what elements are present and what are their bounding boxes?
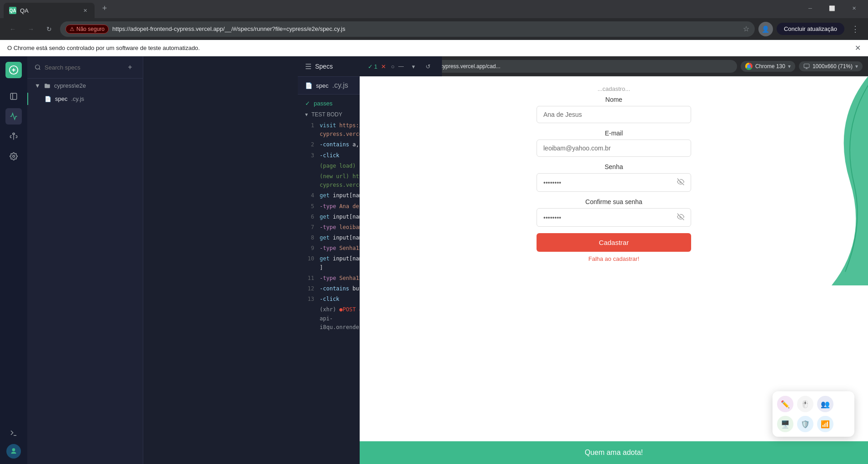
viewport-icon (803, 63, 810, 70)
check-icon: ✓ (368, 63, 373, 70)
teams-extension-button[interactable]: 👥 (817, 396, 833, 412)
spec-file-icon: 📄 (45, 96, 51, 102)
form-section: ...cadastro... Nome Ana de Jesus E-mail … (360, 76, 868, 441)
sidebar-item-settings[interactable] (5, 148, 22, 165)
cadastrar-button[interactable]: Cadastrar (537, 233, 691, 252)
omnibar: ← → ↻ ⚠ Não seguro https://adopet-fronte… (0, 18, 868, 40)
window-controls: ─ ⬜ ✕ (800, 1, 864, 15)
search-specs-input[interactable] (45, 64, 121, 71)
automation-close-button[interactable]: ✕ (855, 44, 861, 52)
update-button[interactable]: Concluir atualização (777, 23, 844, 35)
tab-title: QA (20, 7, 77, 14)
svg-point-3 (13, 155, 15, 158)
tab-favicon: QA (9, 7, 16, 14)
viewport-selector[interactable]: 1000x660 (71%) ▾ (799, 61, 863, 71)
chevron-down-icon: ▼ (35, 82, 40, 89)
menu-button[interactable]: ⋮ (848, 22, 863, 36)
confirme-label: Confirme sua senha (537, 198, 691, 205)
fail-stat: ✕ (381, 63, 387, 70)
svg-point-5 (35, 65, 40, 69)
svg-line-6 (39, 69, 40, 70)
add-spec-button[interactable]: + (125, 62, 135, 73)
refresh-button[interactable]: ↺ (422, 60, 435, 73)
sidebar-item-specs[interactable] (5, 88, 22, 105)
cypress-logo (5, 62, 22, 78)
new-tab-button[interactable]: + (98, 2, 111, 15)
not-secure-indicator: ⚠ Não seguro (65, 25, 109, 34)
automation-message: O Chrome está sendo controlado por um so… (7, 45, 200, 51)
confirme-input[interactable]: •••••••• (537, 208, 691, 227)
spec-file-item[interactable]: 📄 spec .cy.js (27, 93, 143, 105)
browser-selector[interactable]: Chrome 130 ▾ (741, 61, 795, 72)
spec-doc-icon: 📄 (305, 82, 312, 89)
sidebar-item-runs[interactable] (5, 108, 22, 125)
back-button[interactable]: ← (5, 22, 20, 36)
nome-input[interactable]: Ana de Jesus (537, 106, 691, 123)
email-label: E-mail (537, 130, 691, 137)
spec-header-name: spec (316, 82, 328, 89)
extension-toolbar: ✏️ 🖱️ 👥 🖥️ 🛡️ 📶 (773, 391, 854, 437)
spec-header-ext: .cy.js (332, 81, 348, 90)
spec-extension: .cy.js (71, 95, 84, 102)
not-secure-icon: ⚠ (70, 26, 75, 32)
browser-frame: QA QA ✕ + ─ ⬜ ✕ ← → ↻ ⚠ Não seguro https… (0, 0, 868, 464)
runner-actions: ▾ ↺ (407, 60, 435, 73)
reload-button[interactable]: ↻ (42, 22, 56, 36)
folder-cypress-e2e[interactable]: ▼ cypress\e2e (27, 79, 143, 93)
chevron-down-icon: ▾ (788, 63, 791, 70)
svg-rect-1 (10, 93, 17, 100)
app-preview: ...cadastro... Nome Ana de Jesus E-mail … (360, 76, 868, 464)
bookmark-button[interactable]: ☆ (743, 25, 749, 33)
shield-extension-button[interactable]: 🛡️ (797, 416, 813, 432)
screen-extension-button[interactable]: 🖥️ (777, 416, 793, 432)
title-bar: QA QA ✕ + ─ ⬜ ✕ (0, 0, 868, 18)
spec-filename: spec (55, 95, 67, 102)
folder-icon (44, 83, 50, 89)
maximize-button[interactable]: ⬜ (822, 1, 843, 15)
chrome-icon (745, 63, 753, 70)
email-value: leoibam@yahoo.com.br (543, 145, 611, 152)
footer-banner: Quem ama adota! (360, 441, 868, 464)
user-avatar[interactable] (6, 444, 21, 459)
nome-label: Nome (537, 96, 691, 103)
eye-off-icon-2[interactable] (677, 213, 684, 222)
passes-label: passes (314, 100, 332, 107)
profile-button[interactable]: 👤 (758, 22, 773, 36)
hamburger-icon[interactable]: ☰ (305, 62, 311, 71)
bluetooth-extension-button[interactable]: 📶 (817, 416, 833, 432)
sidebar-item-command[interactable] (5, 425, 22, 441)
active-tab[interactable]: QA QA ✕ (4, 3, 95, 18)
folder-name: cypress\e2e (54, 82, 86, 89)
test-body-label: TEST BODY (311, 111, 342, 118)
scroll-hint: ...cadastro... (537, 85, 691, 92)
sidebar-item-bugs[interactable] (5, 128, 22, 145)
loading-stat: ○ (391, 63, 395, 70)
email-input[interactable]: leoibam@yahoo.com.br (537, 140, 691, 157)
pass-count: 1 (374, 63, 377, 70)
viewport-chevron: ▾ (855, 63, 858, 70)
registration-form: ...cadastro... Nome Ana de Jesus E-mail … (537, 85, 691, 266)
run-stats: ✓ 1 ✕ ○ — (368, 63, 404, 70)
sidebar-bottom (5, 424, 22, 459)
automation-bar: O Chrome está sendo controlado por um so… (0, 40, 868, 56)
senha-label: Senha (537, 163, 691, 170)
pencil-extension-button[interactable]: ✏️ (777, 396, 793, 412)
search-icon (35, 64, 41, 70)
url-text: https://adopet-frontend-cypress.vercel.a… (112, 25, 739, 32)
dropdown-button[interactable]: ▾ (407, 60, 420, 73)
eye-off-icon[interactable] (677, 178, 684, 187)
preview-panel: 🌐 https://adopet-frontend-cypress.vercel… (359, 56, 868, 464)
confirme-value: •••••••• (543, 214, 561, 221)
specs-search-header: + (27, 56, 143, 79)
senha-input[interactable]: •••••••• (537, 173, 691, 192)
minimize-button[interactable]: ─ (800, 1, 821, 15)
address-bar[interactable]: ⚠ Não seguro https://adopet-frontend-cyp… (60, 21, 755, 37)
pointer-extension-button[interactable]: 🖱️ (797, 396, 813, 412)
pass-stat: ✓ 1 (368, 63, 377, 70)
error-message: Falha ao cadastrar! (537, 255, 691, 262)
svg-rect-7 (804, 64, 809, 67)
tab-close-button[interactable]: ✕ (81, 6, 89, 15)
not-secure-label: Não seguro (76, 26, 105, 32)
forward-button[interactable]: → (24, 22, 38, 36)
window-close-button[interactable]: ✕ (843, 1, 864, 15)
